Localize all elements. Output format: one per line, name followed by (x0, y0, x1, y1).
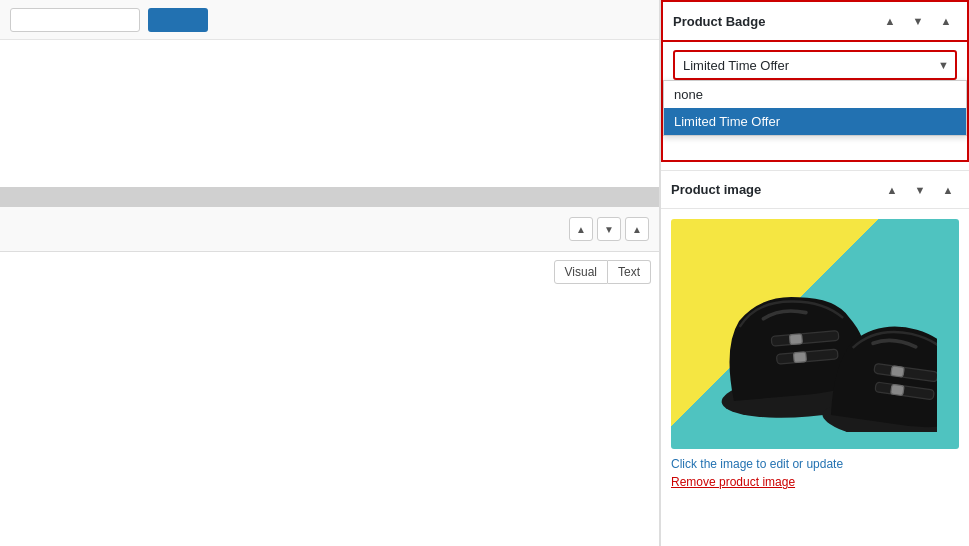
badge-dropdown[interactable]: none Limited Time Offer (673, 50, 957, 80)
product-badge-section-header: Product Badge ▲ ▼ ▲ (661, 0, 969, 42)
product-badge-title: Product Badge (673, 14, 765, 29)
dropdown-options-popup: none Limited Time Offer (663, 80, 967, 136)
visual-text-switcher: Visual Text (554, 260, 651, 284)
product-image-header: Product image ▲ ▼ ▲ (661, 171, 969, 209)
left-top-bar (0, 0, 659, 40)
toolbar-collapse-button[interactable]: ▲ (625, 217, 649, 241)
product-badge-controls: ▲ ▼ ▲ (879, 10, 957, 32)
product-image-body: Click the image to edit or update Remove… (661, 209, 969, 499)
editor-bottom-area (0, 399, 659, 546)
right-panel: Product Badge ▲ ▼ ▲ → none Limited Time … (660, 0, 969, 546)
product-image-section: Product image ▲ ▼ ▲ (661, 170, 969, 499)
product-image-thumbnail[interactable] (671, 219, 959, 449)
click-to-edit-text[interactable]: Click the image to edit or update (671, 457, 959, 471)
product-image-down-button[interactable]: ▼ (909, 179, 931, 201)
shoe-illustration (693, 236, 938, 432)
product-image-collapse-button[interactable]: ▲ (937, 179, 959, 201)
product-badge-up-button[interactable]: ▲ (879, 10, 901, 32)
toolbar-up-button[interactable]: ▲ (569, 217, 593, 241)
publish-button[interactable] (148, 8, 208, 32)
editor-body: Visual Text (0, 252, 659, 399)
left-content-area (0, 40, 659, 187)
product-badge-down-button[interactable]: ▼ (907, 10, 929, 32)
product-badge-collapse-button[interactable]: ▲ (935, 10, 957, 32)
product-image-title: Product image (671, 182, 761, 197)
title-input[interactable] (10, 8, 140, 32)
svg-rect-4 (793, 352, 806, 363)
left-panel: ▲ ▼ ▲ Visual Text (0, 0, 660, 546)
option-none[interactable]: none (664, 81, 966, 108)
product-image-up-button[interactable]: ▲ (881, 179, 903, 201)
option-limited-time-offer[interactable]: Limited Time Offer (664, 108, 966, 135)
product-image-controls: ▲ ▼ ▲ (881, 179, 959, 201)
svg-rect-3 (789, 334, 802, 345)
product-badge-dropdown-container: → none Limited Time Offer ▼ none Limited… (661, 42, 969, 162)
editor-toolbar: ▲ ▼ ▲ (0, 207, 659, 252)
text-button[interactable]: Text (608, 260, 651, 284)
svg-rect-8 (890, 366, 903, 377)
dropdown-wrapper: none Limited Time Offer ▼ (673, 50, 957, 80)
remove-product-image-link[interactable]: Remove product image (671, 475, 959, 489)
gray-divider (0, 187, 659, 207)
toolbar-down-button[interactable]: ▼ (597, 217, 621, 241)
svg-rect-9 (890, 384, 903, 395)
visual-button[interactable]: Visual (554, 260, 608, 284)
